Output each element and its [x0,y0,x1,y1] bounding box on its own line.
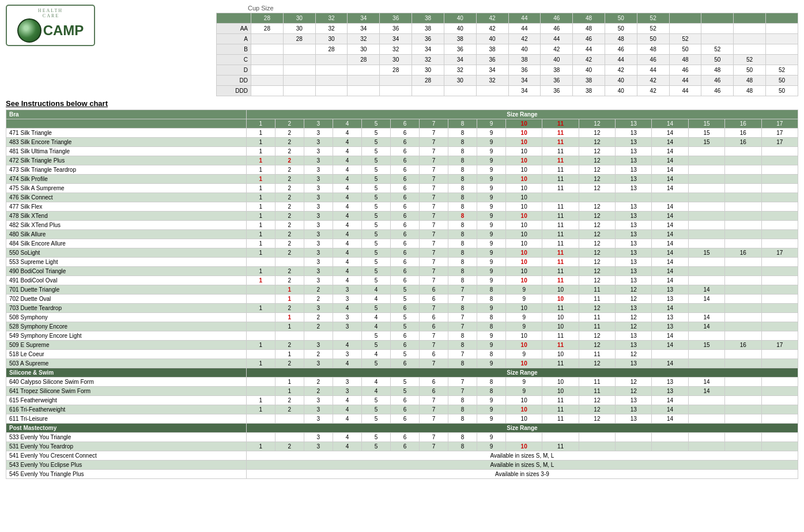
product-name-703: 703 Duette Teardrop [6,304,247,313]
product-row-483: 483 Silk Encore Triangle 123456789101112… [6,138,798,147]
swim-size-range-label: Size Range [246,368,798,378]
product-name-528: 528 Symphony Encore [6,322,247,331]
product-row-471: 471 Silk Triangle 1234567891011121314151… [6,129,798,138]
product-name-482: 482 Silk XTend Plus [6,221,247,230]
product-row-550: 550 SoLight 1234567891011121314151617 [6,248,798,258]
product-row-472: 472 Silk Triangle Plus 12345678910111213… [6,156,798,165]
product-row-509: 509 E Supreme 1234567891011121314151617 [6,341,798,350]
product-name-474: 474 Silk Profile [6,175,247,184]
product-name-503: 503 A Supreme [6,359,247,368]
cup-label-d: D [217,65,251,76]
product-row-474: 474 Silk Profile 1234567891011121314 [6,175,798,184]
product-name-476: 476 Silk Connect [6,193,247,202]
product-name-472: 472 Silk Triangle Plus [6,156,247,165]
product-available-545: Available in sizes 3-9 [246,470,798,479]
cup-label-c: C [217,55,251,65]
cup-size-label: Cup Size [216,5,798,12]
product-row-531: 531 Evenly You Teardrop 1234567891011 [6,442,798,451]
cup-label-a: A [217,34,251,44]
product-row-611: 611 Tri-Leisure 34567891011121314 [6,414,798,424]
logo: HEALTH CARE CAMP [6,5,95,46]
bra-section-header: Bra Size Range [6,110,798,119]
product-name-480: 480 Silk Allure [6,230,247,239]
product-row-491: 491 BodiCool Oval 1234567891011121314 [6,276,798,285]
product-row-476: 476 Silk Connect 12345678910 [6,193,798,202]
instructions-link[interactable]: See Instructions below chart [0,96,804,110]
product-name-471: 471 Silk Triangle [6,129,247,138]
product-name-509: 509 E Supreme [6,341,247,350]
main-product-table: Bra Size Range 1 2 3 4 5 6 7 8 9 10 11 1… [6,110,798,479]
product-name-549: 549 Symphony Encore Light [6,331,247,341]
product-row-616: 616 Tri-Featherweight 123456789101112131… [6,405,798,414]
product-name-701: 701 Duette Triangle [6,285,247,295]
product-name-478: 478 Silk XTend [6,212,247,221]
product-name-611: 611 Tri-Leisure [6,414,247,424]
product-row-545: 545 Evenly You Triangle Plus Available i… [6,470,798,479]
cup-size-section: Cup Size 28 30 32 34 36 38 40 42 44 46 [216,5,798,96]
product-name-616: 616 Tri-Featherweight [6,405,247,414]
post-section-header: Post Mastectomy Size Range [6,424,798,433]
product-row-549: 549 Symphony Encore Light 56789101112131… [6,331,798,341]
product-row-543: 543 Evenly You Eclipse Plus Available in… [6,461,798,470]
product-name-473: 473 Silk Triangle Teardrop [6,165,247,175]
post-section-title: Post Mastectomy [6,424,247,433]
product-name-541: 541 Evenly You Crescent Connect [6,451,247,461]
product-name-640: 640 Calypso Silicone Swim Form [6,378,247,387]
cup-label-b: B [217,44,251,55]
product-name-553: 553 Supreme Light [6,258,247,267]
product-row-480: 480 Silk Allure 1234567891011121314 [6,230,798,239]
product-name-484: 484 Silk Encore Allure [6,239,247,248]
main-table-wrapper: Bra Size Range 1 2 3 4 5 6 7 8 9 10 11 1… [0,110,804,479]
product-name-518: 518 Le Coeur [6,350,247,359]
cup-size-table: 28 30 32 34 36 38 40 42 44 46 48 50 52 [216,13,798,96]
product-row-478: 478 Silk XTend 1234567891011121314 [6,212,798,221]
product-name-531: 531 Evenly You Teardrop [6,442,247,451]
product-name-545: 545 Evenly You Triangle Plus [6,470,247,479]
product-name-481: 481 Silk Ultima Triangle [6,147,247,156]
product-row-528: 528 Symphony Encore 1234567891011121314 [6,322,798,331]
cup-label-aa: AA [217,24,251,34]
logo-circle-icon [17,18,41,43]
product-name-477: 477 Silk Flex [6,202,247,212]
product-row-518: 518 Le Coeur 123456789101112 [6,350,798,359]
cup-row-a: A 28303234363840424446485052 [217,34,798,44]
product-name-508: 508 Symphony [6,313,247,322]
product-name-615: 615 Featherweight [6,396,247,405]
swim-section-title: Silicone & Swim [6,368,247,378]
product-row-481: 481 Silk Ultima Triangle 123456789101112… [6,147,798,156]
cup-row-d: D 28303234363840424446485052 [217,65,798,76]
product-row-702: 702 Duette Oval 1234567891011121314 [6,295,798,304]
product-row-490: 490 BodiCool Triangle 123456789101112131… [6,267,798,276]
product-row-641: 641 Tropez Silicone Swim Form 1234567891… [6,387,798,396]
product-name-641: 641 Tropez Silicone Swim Form [6,387,247,396]
product-row-701: 701 Duette Triangle 1234567891011121314 [6,285,798,295]
product-name-491: 491 BodiCool Oval [6,276,247,285]
cup-label-ddd: DDD [217,86,251,96]
cup-row-c: C 28303234363840424446485052 [217,55,798,65]
product-name-543: 543 Evenly You Eclipse Plus [6,461,247,470]
product-row-503: 503 A Supreme 1234567891011121314 [6,359,798,368]
product-available-541: Available in sizes S, M, L [246,451,798,461]
cup-row-aa: AA 28303234363840424446485052 [217,24,798,34]
product-name-533: 533 Evenly You Triangle [6,433,247,442]
logo-subtitle: HEALTH CARE [38,8,63,18]
product-name-550: 550 SoLight [6,248,247,258]
cup-row-ddd: DDD 343638404244464850 [217,86,798,96]
cup-label-dd: DD [217,76,251,86]
product-row-484: 484 Silk Encore Allure 12345678910111213… [6,239,798,248]
bra-size-sub-header: 1 2 3 4 5 6 7 8 9 10 11 12 13 14 15 16 1 [6,119,798,129]
cup-row-b: B 28303234363840424446485052 [217,44,798,55]
cup-size-header-row: 28 30 32 34 36 38 40 42 44 46 48 50 52 [217,13,798,24]
product-row-533: 533 Evenly You Triangle 3456789 [6,433,798,442]
product-row-508: 508 Symphony 1234567891011121314 [6,313,798,322]
cup-row-dd: DD 283032343638404244464850 [217,76,798,86]
product-name-702: 702 Duette Oval [6,295,247,304]
swim-section-header: Silicone & Swim Size Range [6,368,798,378]
product-name-490: 490 BodiCool Triangle [6,267,247,276]
product-row-553: 553 Supreme Light 34567891011121314 [6,258,798,267]
product-available-543: Available in sizes S, M, L [246,461,798,470]
product-row-541: 541 Evenly You Crescent Connect Availabl… [6,451,798,461]
product-row-615: 615 Featherweight 1234567891011121314 [6,396,798,405]
product-row-640: 640 Calypso Silicone Swim Form 123456789… [6,378,798,387]
product-name-475: 475 Silk A Sumpreme [6,184,247,193]
